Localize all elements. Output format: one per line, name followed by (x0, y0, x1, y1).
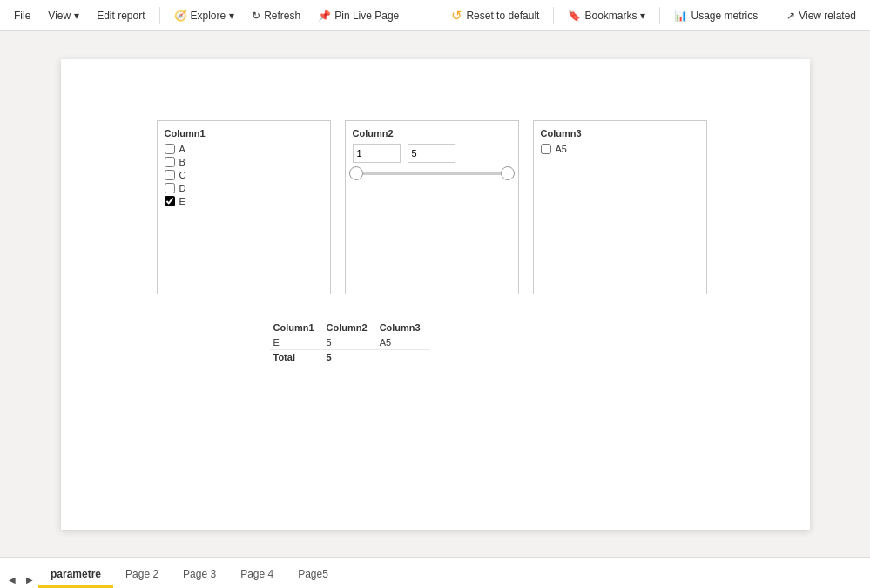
table-cell-5: 5 (323, 335, 376, 349)
range-inputs (353, 144, 511, 163)
column1-checkbox-a[interactable] (165, 144, 175, 154)
slider-thumb-left[interactable] (349, 166, 363, 180)
reset-to-default-button[interactable]: ↺ Reset to default (444, 4, 546, 27)
file-label: File (14, 10, 30, 22)
tab-page3[interactable]: Page 3 (171, 563, 228, 588)
bookmarks-chevron-icon: ▾ (640, 10, 645, 22)
view-related-button[interactable]: ↗ View related (779, 6, 863, 25)
slider-track (356, 172, 508, 175)
toolbar-separator-1 (159, 7, 160, 24)
column1-label-d: D (179, 183, 186, 193)
share-icon: ↗ (786, 10, 795, 22)
pin-live-page-button[interactable]: 📌 Pin Live Page (311, 6, 406, 25)
column1-item-e[interactable]: E (165, 196, 323, 206)
canvas-area: Column1 A B C D (0, 31, 870, 557)
report-page: Column1 A B C D (61, 59, 810, 530)
reset-to-default-label: Reset to default (466, 10, 539, 22)
view-related-label: View related (799, 10, 856, 22)
column1-filter-card: Column1 A B C D (157, 120, 331, 294)
usage-metrics-label: Usage metrics (691, 10, 758, 22)
tab-page2[interactable]: Page 2 (113, 563, 171, 588)
column1-checkbox-e[interactable] (165, 196, 175, 206)
table-cell-a5: A5 (376, 335, 429, 349)
table-total-col2: 5 (323, 349, 376, 364)
toolbar: File View ▾ Edit report 🧭 Explore ▾ ↻ Re… (0, 0, 870, 31)
column1-item-d[interactable]: D (165, 183, 323, 193)
tab-page5[interactable]: Page5 (286, 563, 341, 588)
pin-icon: 📌 (318, 10, 331, 22)
chart-icon: 📊 (674, 10, 687, 22)
column1-checkbox-d[interactable] (165, 183, 175, 193)
range-min-input[interactable] (353, 144, 401, 163)
page-nav-prev[interactable]: ◀ (3, 571, 21, 588)
slider-thumb-right[interactable] (501, 166, 515, 180)
column1-item-c[interactable]: C (165, 170, 323, 180)
refresh-icon: ↻ (252, 10, 260, 22)
column3-checkbox-list: A5 (541, 144, 699, 154)
column3-checkbox-a5[interactable] (541, 144, 551, 154)
edit-report-label: Edit report (97, 10, 145, 22)
refresh-button[interactable]: ↻ Refresh (245, 6, 307, 25)
column2-filter-card: Column2 (345, 120, 519, 294)
toolbar-separator-3 (659, 7, 660, 24)
slider-fill (356, 172, 508, 175)
tab-page4[interactable]: Page 4 (228, 563, 286, 588)
tab-parametre[interactable]: parametre (38, 563, 113, 588)
range-max-input[interactable] (408, 144, 455, 163)
column1-label-a: A (179, 144, 185, 154)
bookmarks-button[interactable]: 🔖 Bookmarks ▾ (561, 6, 652, 25)
reset-icon: ↺ (451, 8, 462, 24)
explore-chevron-icon: ▾ (229, 10, 234, 22)
table-row: E 5 A5 (270, 335, 429, 349)
toolbar-separator-2 (553, 7, 554, 24)
toolbar-separator-4 (772, 7, 772, 24)
table-header-col2: Column2 (323, 321, 376, 335)
page-nav-next[interactable]: ▶ (21, 571, 38, 588)
refresh-label: Refresh (264, 10, 300, 22)
column3-filter-card: Column3 A5 (533, 120, 707, 294)
table-total-label: Total (270, 349, 323, 364)
bookmark-icon: 🔖 (568, 10, 581, 22)
file-button[interactable]: File (7, 6, 37, 25)
pin-live-page-label: Pin Live Page (334, 10, 399, 22)
bookmarks-label: Bookmarks (584, 10, 637, 22)
bottom-tabs: ◀ ▶ parametre Page 2 Page 3 Page 4 Page5 (0, 557, 870, 588)
table-header-col1: Column1 (270, 321, 323, 335)
toolbar-right: ↺ Reset to default 🔖 Bookmarks ▾ 📊 Usage… (444, 4, 863, 27)
explore-label: Explore (191, 10, 226, 22)
data-table: Column1 Column2 Column3 E 5 A5 Total 5 (270, 321, 429, 364)
column3-title: Column3 (541, 128, 699, 139)
edit-report-button[interactable]: Edit report (90, 6, 152, 25)
column2-title: Column2 (353, 128, 511, 139)
usage-metrics-button[interactable]: 📊 Usage metrics (667, 6, 765, 25)
table-total-row: Total 5 (270, 349, 429, 364)
explore-icon: 🧭 (174, 10, 187, 22)
column1-item-a[interactable]: A (165, 144, 323, 154)
chevron-down-icon: ▾ (74, 10, 79, 22)
column1-title: Column1 (165, 128, 323, 139)
column1-label-e: E (179, 196, 185, 206)
view-button[interactable]: View ▾ (41, 6, 86, 25)
column1-label-c: C (179, 170, 186, 180)
column3-label-a5: A5 (556, 144, 567, 154)
column3-item-a5[interactable]: A5 (541, 144, 699, 154)
table-total-col3 (376, 349, 429, 364)
column1-checkbox-c[interactable] (165, 170, 175, 180)
column1-checkbox-b[interactable] (165, 157, 175, 167)
table-header-col3: Column3 (376, 321, 429, 335)
column1-label-b: B (179, 157, 185, 167)
column1-item-b[interactable]: B (165, 157, 323, 167)
explore-button[interactable]: 🧭 Explore ▾ (167, 6, 242, 25)
view-label: View (48, 10, 71, 22)
table-cell-e: E (270, 335, 323, 349)
column1-checkbox-list: A B C D E (165, 144, 323, 206)
